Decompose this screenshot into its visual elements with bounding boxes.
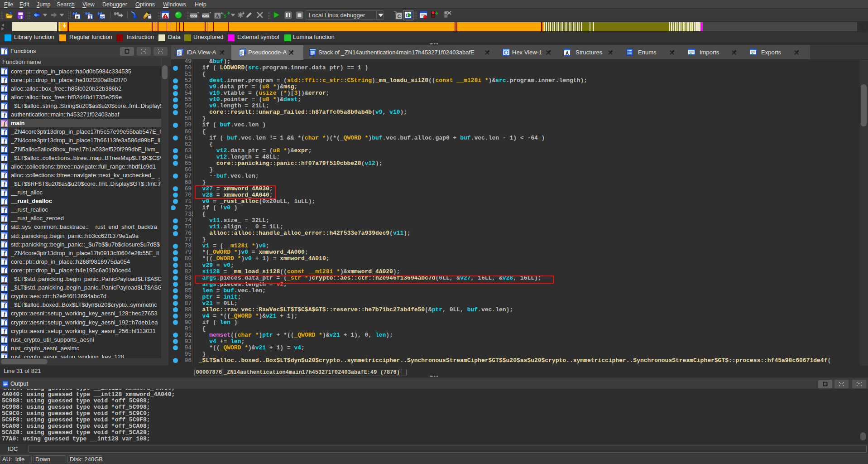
svg-text:’s: ’s <box>222 12 226 19</box>
svg-text:CODE: CODE <box>190 15 197 18</box>
svg-text:A: A <box>216 13 219 19</box>
svg-text:C: C <box>398 14 401 19</box>
svg-text:DATA: DATA <box>202 15 209 18</box>
